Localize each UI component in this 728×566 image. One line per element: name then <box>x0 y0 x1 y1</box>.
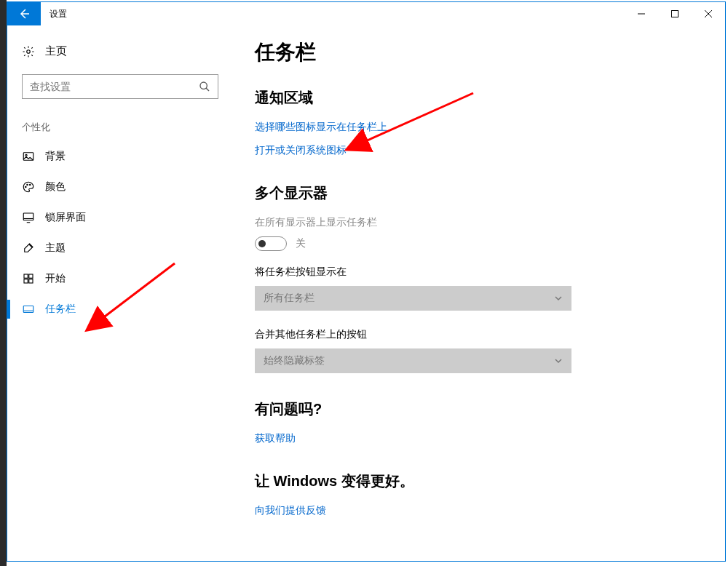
title-spacer <box>76 2 625 25</box>
arrow-left-icon <box>18 8 30 20</box>
back-button[interactable] <box>7 2 41 25</box>
close-icon <box>705 10 712 17</box>
svg-point-4 <box>27 49 31 53</box>
svg-rect-15 <box>24 274 28 278</box>
search-wrap <box>7 64 233 105</box>
close-button[interactable] <box>692 2 725 25</box>
sidebar-item-label: 主题 <box>45 242 66 255</box>
settings-window: 设置 主页 个性化 背景 <box>7 1 726 562</box>
toggle-state-label: 关 <box>296 237 306 250</box>
image-icon <box>22 150 35 163</box>
svg-rect-12 <box>23 213 33 220</box>
svg-point-10 <box>27 184 28 186</box>
section-heading: 让 Windows 变得更好。 <box>255 471 696 491</box>
buttons-on-dropdown[interactable]: 所有任务栏 <box>255 286 571 311</box>
buttons-on-label: 将任务栏按钮显示在 <box>255 266 696 279</box>
home-label: 主页 <box>45 44 67 58</box>
dropdown-value: 始终隐藏标签 <box>264 354 325 367</box>
combine-label: 合并其他任务栏上的按钮 <box>255 328 696 341</box>
home-button[interactable]: 主页 <box>7 39 233 64</box>
taskbar-icon <box>22 303 35 316</box>
sidebar-item-label: 开始 <box>45 272 66 285</box>
page-title: 任务栏 <box>255 39 696 66</box>
content: 任务栏 通知区域 选择哪些图标显示在任务栏上 打开或关闭系统图标 多个显示器 在… <box>233 25 725 561</box>
svg-rect-18 <box>29 279 33 283</box>
titlebar: 设置 <box>7 2 725 25</box>
sidebar-item-themes[interactable]: 主题 <box>7 233 233 263</box>
section-multimon: 多个显示器 在所有显示器上显示任务栏 关 将任务栏按钮显示在 所有任务栏 合并其… <box>255 183 696 373</box>
palette-icon <box>22 180 35 194</box>
sidebar-item-label: 锁屏界面 <box>45 211 86 224</box>
search-icon <box>199 81 210 92</box>
sidebar: 主页 个性化 背景 颜色 锁屏界面 <box>7 25 233 561</box>
section-heading: 有问题吗? <box>255 399 696 419</box>
section-heading: 多个显示器 <box>255 183 696 203</box>
svg-point-8 <box>25 154 27 156</box>
svg-point-5 <box>200 82 207 89</box>
sidebar-item-label: 背景 <box>45 150 66 163</box>
sidebar-item-label: 任务栏 <box>45 303 76 316</box>
show-all-label: 在所有显示器上显示任务栏 <box>255 216 696 229</box>
svg-line-6 <box>206 88 209 91</box>
window-title: 设置 <box>41 2 76 25</box>
brush-icon <box>22 242 35 255</box>
svg-rect-17 <box>24 279 28 283</box>
maximize-icon <box>671 10 678 17</box>
chevron-down-icon <box>554 294 563 303</box>
section-feedback: 让 Windows 变得更好。 向我们提供反馈 <box>255 471 696 517</box>
show-all-toggle[interactable] <box>255 236 287 251</box>
gear-icon <box>22 45 35 58</box>
grid-icon <box>22 272 35 285</box>
minimize-button[interactable] <box>625 2 658 25</box>
sidebar-item-lockscreen[interactable]: 锁屏界面 <box>7 202 233 233</box>
body: 主页 个性化 背景 颜色 锁屏界面 <box>7 25 725 561</box>
sidebar-item-colors[interactable]: 颜色 <box>7 172 233 202</box>
svg-point-9 <box>25 186 27 188</box>
maximize-button[interactable] <box>658 2 692 25</box>
external-edge <box>0 0 7 566</box>
link-select-icons[interactable]: 选择哪些图标显示在任务栏上 <box>255 121 696 134</box>
link-get-help[interactable]: 获取帮助 <box>255 432 696 445</box>
combine-dropdown[interactable]: 始终隐藏标签 <box>255 348 571 373</box>
search-box[interactable] <box>22 74 218 99</box>
dropdown-value: 所有任务栏 <box>264 292 314 305</box>
svg-rect-16 <box>29 274 33 278</box>
svg-rect-1 <box>672 11 678 17</box>
link-system-icons[interactable]: 打开或关闭系统图标 <box>255 144 696 157</box>
search-input[interactable] <box>30 81 199 92</box>
minimize-icon <box>638 10 645 17</box>
monitor-icon <box>22 211 35 224</box>
sidebar-item-start[interactable]: 开始 <box>7 263 233 294</box>
chevron-down-icon <box>554 356 563 365</box>
svg-point-11 <box>30 184 31 186</box>
svg-rect-19 <box>23 306 33 313</box>
sidebar-item-label: 颜色 <box>45 180 66 194</box>
sidebar-item-background[interactable]: 背景 <box>7 141 233 172</box>
section-notification: 通知区域 选择哪些图标显示在任务栏上 打开或关闭系统图标 <box>255 88 696 157</box>
link-feedback[interactable]: 向我们提供反馈 <box>255 504 696 517</box>
toggle-row: 关 <box>255 236 696 251</box>
section-heading: 通知区域 <box>255 88 696 108</box>
sidebar-item-taskbar[interactable]: 任务栏 <box>7 294 233 324</box>
section-help: 有问题吗? 获取帮助 <box>255 399 696 445</box>
sidebar-group-label: 个性化 <box>7 105 233 141</box>
